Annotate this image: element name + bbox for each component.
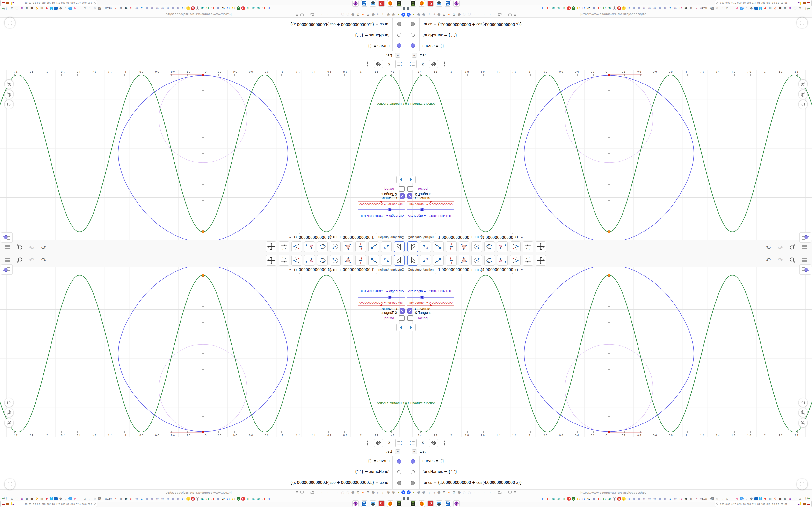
curvature-tangent-checkbox[interactable] bbox=[407, 308, 412, 314]
tool-move-button[interactable] bbox=[407, 241, 418, 252]
flower-favicon[interactable]: ✿ bbox=[165, 6, 170, 10]
home-button[interactable] bbox=[4, 398, 13, 407]
translate-blue-icon[interactable]: A bbox=[740, 6, 744, 10]
download-icon[interactable]: ↓ bbox=[78, 496, 82, 501]
pencil-icon[interactable]: ✎ bbox=[73, 6, 77, 11]
reload-icon[interactable]: ↻ bbox=[725, 6, 729, 11]
taskbar-app-settings[interactable] bbox=[427, 501, 434, 507]
pinwheel-favicon[interactable]: ◉ bbox=[551, 6, 556, 10]
dot-icon[interactable]: ○ bbox=[488, 12, 492, 17]
lock-icon[interactable] bbox=[513, 12, 517, 17]
tool-slider-button[interactable]: a=2 bbox=[278, 241, 289, 252]
tool-conic-button[interactable] bbox=[317, 255, 328, 266]
globe-icon[interactable]: ⊕ bbox=[416, 490, 421, 495]
google-favicon[interactable]: G bbox=[581, 497, 586, 501]
function-dropdown[interactable]: 1.000000000000 + cos(4.000000000000 x) ▼ bbox=[299, 233, 377, 241]
home-button[interactable] bbox=[4, 100, 13, 109]
info-favicon[interactable]: i bbox=[613, 497, 616, 501]
tool-move-button[interactable] bbox=[407, 255, 418, 266]
back-arrow-icon[interactable]: ← bbox=[503, 12, 507, 17]
home-button[interactable] bbox=[799, 100, 808, 109]
tool-line-button[interactable] bbox=[433, 255, 444, 266]
pinwheel-favicon[interactable]: ◉ bbox=[251, 497, 256, 501]
yandex-favicon[interactable]: R bbox=[242, 497, 245, 501]
google-favicon[interactable]: G bbox=[226, 6, 231, 10]
flower-favicon[interactable]: ✿ bbox=[658, 6, 662, 10]
wikipedia-favicon[interactable]: W bbox=[587, 6, 591, 10]
flower-favicon[interactable]: ✿ bbox=[216, 6, 220, 10]
image-favicon[interactable]: ▪ bbox=[186, 497, 190, 501]
site-icon[interactable]: ● bbox=[396, 490, 401, 495]
home-button[interactable] bbox=[799, 398, 808, 407]
visibility-marble[interactable] bbox=[397, 44, 401, 48]
flower-favicon[interactable]: ✿ bbox=[216, 497, 220, 501]
gear-icon[interactable]: ⚙ bbox=[452, 490, 456, 495]
shield-down-icon[interactable]: ⇩ bbox=[759, 497, 762, 501]
arc-position-slider-knob[interactable] bbox=[380, 304, 382, 306]
flower-favicon[interactable]: ✿ bbox=[653, 6, 657, 10]
tool-reflect-button[interactable] bbox=[510, 241, 520, 252]
dot-icon[interactable]: ○ bbox=[315, 12, 319, 17]
star-icon[interactable]: ☆ bbox=[93, 496, 97, 501]
circle-icon[interactable]: ◉ bbox=[788, 6, 792, 11]
fx-button[interactable]: fx bbox=[385, 439, 394, 447]
arc-length-slider[interactable] bbox=[407, 208, 454, 212]
flower-favicon[interactable]: ✿ bbox=[648, 6, 652, 10]
flower-favicon[interactable]: ✿ bbox=[663, 6, 667, 10]
record-icon[interactable]: ● bbox=[763, 6, 767, 11]
globe-icon[interactable]: ⊕ bbox=[793, 496, 797, 501]
flower-favicon[interactable]: ✿ bbox=[155, 6, 159, 10]
star-icon[interactable]: ☆ bbox=[715, 496, 719, 501]
box-icon[interactable]: ▣ bbox=[778, 6, 782, 11]
visibility-marble[interactable] bbox=[397, 33, 401, 37]
arrow-icon[interactable]: → bbox=[720, 496, 724, 501]
algebra-row[interactable]: curves = {} bbox=[0, 40, 406, 51]
tool-slider-button[interactable]: a=2 bbox=[523, 241, 534, 252]
zoom-out-button[interactable] bbox=[4, 80, 13, 89]
taskbar-app-file-manager[interactable] bbox=[410, 501, 416, 507]
plus-icon[interactable]: + bbox=[754, 6, 758, 10]
tool-perpendicular-button[interactable] bbox=[446, 255, 457, 266]
search-button[interactable] bbox=[15, 256, 24, 264]
headset-icon[interactable]: ∩ bbox=[426, 490, 431, 495]
faded-icon[interactable]: ▢ bbox=[346, 12, 350, 17]
yandex-favicon[interactable]: R bbox=[242, 6, 245, 10]
function-dropdown[interactable]: 1.000000000000 + cos(4.000000000000 x) ▼ bbox=[435, 233, 513, 241]
google-favicon[interactable]: G bbox=[267, 497, 271, 501]
circle-icon[interactable]: ◉ bbox=[20, 496, 24, 501]
fx-button[interactable]: fx bbox=[418, 60, 427, 68]
flower-favicon[interactable]: ✿ bbox=[663, 497, 667, 501]
tool-perpendicular-button[interactable] bbox=[446, 241, 457, 252]
kebab-menu-button[interactable] bbox=[363, 439, 372, 447]
arc-length-slider[interactable] bbox=[407, 295, 454, 299]
flower-favicon[interactable]: ✿ bbox=[134, 497, 139, 501]
google-favicon[interactable]: G bbox=[627, 497, 631, 501]
menu-button[interactable] bbox=[3, 243, 12, 251]
tray-caret-icon[interactable] bbox=[93, 1, 96, 5]
reload-icon[interactable]: ↻ bbox=[83, 496, 87, 501]
taskbar-app-remote-desktop[interactable] bbox=[370, 0, 376, 6]
arc-position-slider-knob[interactable] bbox=[380, 201, 382, 203]
gear-icon[interactable]: ⚙ bbox=[749, 6, 754, 11]
arc-position-slider[interactable] bbox=[358, 304, 405, 306]
pin-icon[interactable]: Y bbox=[407, 13, 411, 17]
headset-icon[interactable]: ∩ bbox=[381, 490, 386, 495]
record-icon[interactable]: ● bbox=[763, 496, 767, 501]
pinwheel-favicon[interactable]: ◉ bbox=[557, 497, 561, 501]
pill-icon[interactable]: ○ bbox=[63, 6, 68, 11]
dot-icon[interactable]: ○ bbox=[320, 12, 324, 17]
pencil-icon[interactable]: ✎ bbox=[735, 6, 739, 11]
visibility-marble[interactable] bbox=[397, 470, 401, 474]
pinwheel-favicon[interactable]: ◉ bbox=[256, 6, 261, 10]
dot-icon[interactable]: ○ bbox=[325, 12, 329, 17]
dot-icon[interactable]: ○ bbox=[472, 12, 476, 17]
globe-icon[interactable]: ⊕ bbox=[391, 12, 396, 17]
tool-circle-button[interactable] bbox=[471, 255, 482, 266]
globe-icon[interactable]: ⊕ bbox=[371, 12, 375, 17]
flower-favicon[interactable]: ✿ bbox=[632, 6, 636, 10]
google-favicon[interactable]: G bbox=[262, 497, 266, 501]
play-step-button[interactable] bbox=[396, 324, 404, 331]
flower-favicon[interactable]: ✿ bbox=[637, 497, 642, 501]
tray-caret-icon[interactable] bbox=[716, 1, 719, 5]
collapse-list-button[interactable]: − bbox=[412, 449, 417, 454]
